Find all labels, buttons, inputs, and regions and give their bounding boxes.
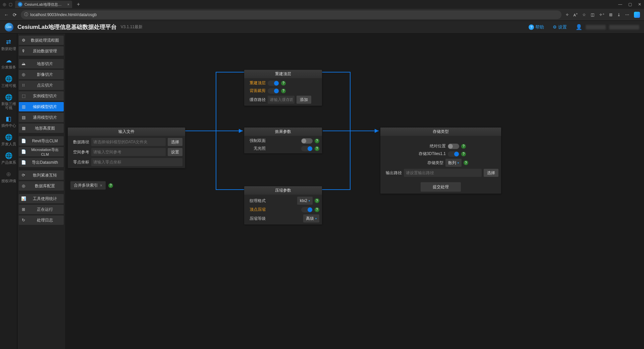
sidebar-hash-convert[interactable]: ⟳散列紧凑互转 xyxy=(19,170,64,180)
vertex-compress-label: 顶点压缩 xyxy=(247,207,266,212)
nav-refresh-icon[interactable]: ⟳ xyxy=(13,12,17,17)
browser-titlebar: ◎ ▢ CesiumLab地理信息基础数据处… × + — ▢ ✕ xyxy=(0,0,644,9)
srs-input[interactable] xyxy=(91,148,166,156)
sidebar-osgb-tile[interactable]: ▥倾斜模型切片 xyxy=(19,102,64,111)
copilot-icon[interactable] xyxy=(634,12,640,18)
help-icon[interactable]: ? xyxy=(315,207,319,212)
help-icon[interactable]: ? xyxy=(315,139,319,143)
sidebar-instance-tile[interactable]: ⬚实例模型切片 xyxy=(19,91,64,101)
sidebar-stats[interactable]: 📊工具使用统计 xyxy=(19,194,64,203)
help-icon[interactable]: ? xyxy=(315,146,319,151)
globe2-icon: 🌐 xyxy=(5,94,12,101)
rail-3d-view[interactable]: 🌐三维可视 xyxy=(0,73,17,90)
rail-plugins[interactable]: ◧插件中心 xyxy=(0,113,17,130)
sidebar-db-config[interactable]: ◎数据库配置 xyxy=(19,181,64,191)
convert-icon: ⟳ xyxy=(21,173,26,178)
help-icon[interactable]: ? xyxy=(281,81,286,86)
backface-toggle[interactable] xyxy=(268,88,279,94)
cache-path-input[interactable] xyxy=(268,96,294,104)
window-maximize-icon[interactable]: ▢ xyxy=(628,2,632,7)
cache-path-label: 缓存路径 xyxy=(247,97,266,103)
rail-data-processing[interactable]: ⇄数据处理 xyxy=(0,36,17,53)
sidebar-pointcloud-tile[interactable]: ⁝⁝点云切片 xyxy=(19,81,64,90)
sidebar-microstation-clm[interactable]: 📄Microstation导出CLM xyxy=(19,147,64,156)
rail-products[interactable]: 🌐产品体系 xyxy=(0,150,17,167)
rail-developer[interactable]: 🌐开发人员 xyxy=(0,132,17,149)
collections-icon[interactable]: ✧⁺ xyxy=(599,12,604,17)
help-icon[interactable]: ? xyxy=(461,152,466,156)
text-size-icon[interactable]: A» xyxy=(574,12,578,17)
window-close-icon[interactable]: ✕ xyxy=(638,2,641,7)
vertex-compress-toggle[interactable] xyxy=(301,207,313,212)
sidebar-logs[interactable]: ↻处理日志 xyxy=(19,215,64,225)
submit-button[interactable]: 提交处理 xyxy=(421,182,461,192)
sidebar-revit-clm[interactable]: 📄Revit导出CLM xyxy=(19,136,64,146)
sidebar-image-tile[interactable]: ◎影像切片 xyxy=(19,70,64,79)
window-minimize-icon[interactable]: — xyxy=(618,2,622,7)
storage-type-label: 存储类型 xyxy=(413,160,443,166)
texture-format-select[interactable]: ktx2 xyxy=(297,197,313,205)
sidebar-raw-data[interactable]: 🎙原始数据管理 xyxy=(19,46,64,56)
settings-link[interactable]: ⚙ 设置 xyxy=(553,24,567,30)
flow-icon: ⇄ xyxy=(6,38,11,46)
close-tab-icon[interactable]: × xyxy=(67,2,69,6)
app-version: V3.1.11最新 xyxy=(121,24,143,30)
oblique-icon: ▥ xyxy=(21,104,26,109)
help-icon[interactable]: ? xyxy=(281,89,286,93)
split-screen-icon[interactable]: ◫ xyxy=(591,12,594,17)
origin-input[interactable] xyxy=(91,158,182,166)
sidebar-running[interactable]: ⊞正在运行 xyxy=(19,205,64,214)
sidebar-terrain-tile[interactable]: ⛰地形切片 xyxy=(19,59,64,68)
tabs-icon[interactable]: ▢ xyxy=(9,2,12,7)
favorite-icon[interactable]: ☆ xyxy=(582,12,586,17)
select-out-button[interactable]: 选择 xyxy=(484,169,498,177)
close-icon[interactable]: × xyxy=(100,183,102,188)
abs-pos-toggle[interactable] xyxy=(448,144,459,149)
data-path-input[interactable] xyxy=(91,138,166,146)
help-link[interactable]: ? 帮助 xyxy=(529,24,544,30)
nav-back-icon[interactable]: ← xyxy=(4,12,9,17)
nav-rail: ⇄数据处理 ☁分发服务 🌐三维可视 🌐新版三维可视 ◧插件中心 🌐开发人员 🌐产… xyxy=(0,34,17,349)
force-double-toggle[interactable] xyxy=(301,138,313,144)
sidebar-heightmap[interactable]: ▦地形高度图 xyxy=(19,123,64,133)
doc-icon: 📄 xyxy=(21,160,26,165)
gear-icon: ⚙ xyxy=(553,24,557,30)
set-srs-button[interactable]: 设置 xyxy=(168,148,182,156)
dev-icon: 🌐 xyxy=(5,134,12,141)
compress-level-select[interactable]: 高级 xyxy=(303,214,319,222)
connectors xyxy=(65,34,644,349)
storage-type-select[interactable]: 散列 xyxy=(445,159,462,167)
flow-canvas[interactable]: 输入文件 数据路径 选择 空间参考 设置 零点坐标 xyxy=(65,34,644,349)
more-icon[interactable]: ⋯ xyxy=(625,12,629,17)
sidebar-datasmith[interactable]: 📄导出Datasmith xyxy=(19,158,64,167)
magic-icon[interactable]: ✧ xyxy=(566,12,569,17)
site-info-icon[interactable]: ⓘ xyxy=(24,12,28,17)
app-header: LAB CesiumLab地理信息基础数据处理平台 V3.1.11最新 ? 帮助… xyxy=(0,21,644,34)
extensions-icon[interactable]: ⊞ xyxy=(609,12,612,17)
userinfo-blurred xyxy=(609,25,639,30)
help-icon[interactable]: ? xyxy=(108,183,113,188)
height-icon: ▦ xyxy=(21,126,26,131)
sidebar-general-tile[interactable]: ▤通用模型切片 xyxy=(19,113,64,122)
user-area[interactable]: 👤 xyxy=(576,24,639,30)
new-tab-button[interactable]: + xyxy=(75,1,82,7)
tiles11-toggle[interactable] xyxy=(448,151,459,157)
rebuild-toggle[interactable] xyxy=(268,81,279,86)
browser-tab[interactable]: CesiumLab地理信息基础数据处… × xyxy=(15,1,72,8)
help-icon[interactable]: ? xyxy=(461,144,466,149)
add-cache-button[interactable]: 添加 xyxy=(297,96,311,104)
downloads-icon[interactable]: ⤓ xyxy=(617,12,621,17)
sidebar-flowchart[interactable]: ⚙数据处理流程图 xyxy=(19,36,64,45)
rail-new-3d-view[interactable]: 🌐新版三维可视 xyxy=(0,92,17,112)
sub-sidebar: ⚙数据处理流程图 🎙原始数据管理 ⛰地形切片 ◎影像切片 ⁝⁝点云切片 ⬚实例模… xyxy=(17,34,65,349)
rail-license[interactable]: ⊕授权详情 xyxy=(0,168,17,186)
rail-distribute[interactable]: ☁分发服务 xyxy=(0,55,17,72)
help-icon[interactable]: ? xyxy=(315,198,319,203)
select-data-button[interactable]: 选择 xyxy=(168,138,182,146)
help-icon[interactable]: ? xyxy=(464,160,468,165)
out-path-input[interactable] xyxy=(404,169,482,177)
merge-index-tag[interactable]: 合并多块索引 × xyxy=(70,181,106,190)
no-light-toggle[interactable] xyxy=(301,146,313,151)
edge-logo-icon: ◎ xyxy=(3,2,6,7)
url-field[interactable]: ⓘ localhost:9003/index.html#/data/osgb xyxy=(21,10,561,19)
